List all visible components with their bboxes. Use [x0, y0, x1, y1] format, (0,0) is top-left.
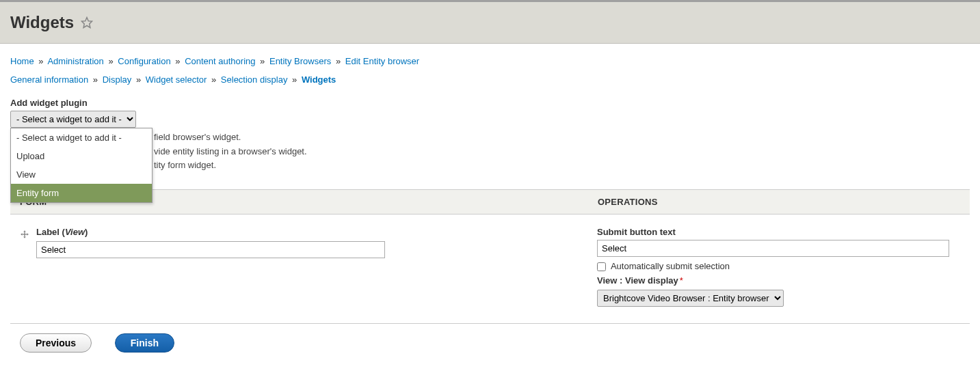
svg-marker-0: [81, 18, 92, 28]
auto-submit-checkbox[interactable]: [597, 262, 606, 271]
submit-text-input[interactable]: [597, 240, 949, 257]
bc-administration[interactable]: Administration: [47, 56, 103, 66]
wizard-actions: Previous Finish: [10, 333, 970, 353]
bc-configuration[interactable]: Configuration: [118, 56, 170, 66]
dropdown-option-placeholder[interactable]: - Select a widget to add it -: [11, 128, 152, 147]
step-general[interactable]: General information: [10, 74, 88, 85]
svg-marker-4: [27, 233, 29, 236]
view-display-label: View : View display*: [597, 275, 960, 286]
dropdown-option-entity-form[interactable]: Entity form: [11, 184, 152, 202]
breadcrumb: Home » Administration » Configuration » …: [10, 53, 970, 69]
add-widget-dropdown: - Select a widget to add it - Upload Vie…: [10, 128, 153, 203]
finish-button[interactable]: Finish: [115, 333, 174, 353]
widgets-table: FORM OPERATIONS Label (View): [10, 189, 970, 324]
view-display-select[interactable]: Brightcove Video Browser : Entity browse…: [597, 290, 784, 307]
step-display[interactable]: Display: [103, 74, 132, 85]
add-widget-label: Add widget plugin: [10, 98, 970, 108]
help-text: field browser's widget. vide entity list…: [154, 130, 970, 173]
wizard-steps: General information » Display » Widget s…: [10, 72, 970, 87]
col-header-operations: OPERATIONS: [598, 197, 960, 207]
submit-text-label: Submit button text: [597, 227, 960, 237]
svg-marker-1: [23, 230, 26, 232]
bc-entity-browsers[interactable]: Entity Browsers: [269, 56, 331, 66]
page-header: Widgets: [0, 2, 980, 44]
page-title: Widgets: [10, 13, 74, 32]
svg-marker-3: [21, 233, 22, 236]
add-widget-select[interactable]: - Select a widget to add it -: [10, 111, 136, 128]
dropdown-option-view[interactable]: View: [11, 165, 152, 184]
label-input[interactable]: [36, 241, 385, 258]
previous-button[interactable]: Previous: [20, 333, 92, 353]
drag-handle-icon[interactable]: [20, 230, 29, 239]
star-icon[interactable]: [81, 16, 93, 29]
svg-marker-2: [23, 237, 26, 238]
step-selection-display[interactable]: Selection display: [221, 74, 288, 85]
dropdown-option-upload[interactable]: Upload: [11, 147, 152, 165]
bc-content-authoring[interactable]: Content authoring: [185, 56, 255, 66]
table-row: Label (View) Submit button text Automati…: [10, 215, 970, 324]
bc-edit-entity-browser[interactable]: Edit Entity browser: [345, 56, 419, 66]
auto-submit-label: Automatically submit selection: [609, 261, 730, 271]
svg-rect-6: [23, 234, 27, 235]
bc-home[interactable]: Home: [10, 56, 34, 66]
row-label: Label (View): [36, 227, 597, 237]
step-current: Widgets: [302, 74, 336, 85]
step-widget-selector[interactable]: Widget selector: [146, 74, 207, 85]
